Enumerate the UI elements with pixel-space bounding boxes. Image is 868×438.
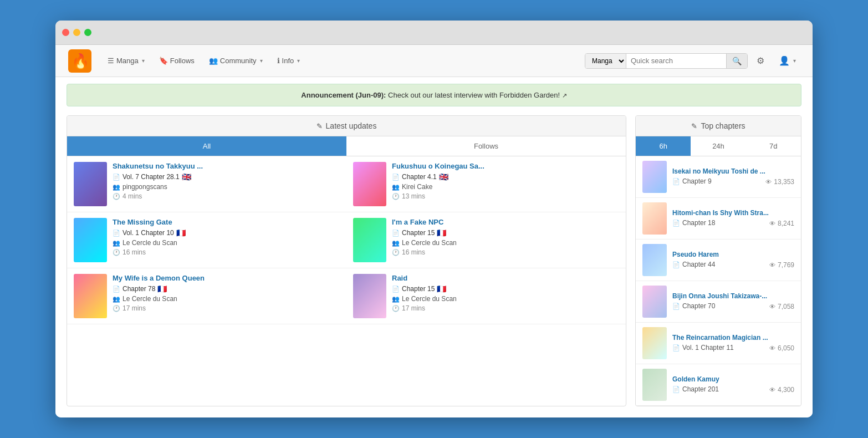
- top-row: 📄 Vol. 1 Chapter 11 👁 6,050: [672, 344, 794, 353]
- external-link-icon[interactable]: ↗: [562, 92, 567, 99]
- minimize-button[interactable]: [73, 29, 80, 36]
- top-title: Isekai no Meikyuu Toshi de ...: [672, 167, 794, 175]
- flag-icon: 🇫🇷: [176, 228, 186, 237]
- search-type-select[interactable]: Manga Author Group: [585, 54, 626, 68]
- update-time: 🕐 16 mins: [392, 248, 619, 256]
- scanlator-name: pingpongscans: [122, 183, 167, 191]
- top-thumb: [642, 161, 667, 193]
- tab-all[interactable]: All: [67, 136, 346, 156]
- info-nav[interactable]: ℹ Info ▾: [272, 53, 306, 68]
- top-tabs: 6h 24h 7d: [636, 136, 801, 156]
- doc-icon: 📄: [672, 261, 680, 268]
- flag-icon: 🇬🇧: [439, 172, 448, 181]
- top-title: The Reincarnation Magician ...: [672, 334, 794, 342]
- update-info: The Missing Gate 📄 Vol. 1 Chapter 10 🇫🇷 …: [113, 218, 340, 256]
- update-info: Raid 📄 Chapter 15 🇫🇷 👥 Le Cercle du Scan…: [392, 274, 619, 312]
- update-info: I'm a Fake NPC 📄 Chapter 15 🇫🇷 👥 Le Cerc…: [392, 218, 619, 256]
- tab-7d[interactable]: 7d: [746, 136, 801, 156]
- views-count: 7,058: [778, 303, 794, 310]
- latest-updates-tabs: All Follows: [67, 136, 626, 156]
- update-item[interactable]: The Missing Gate 📄 Vol. 1 Chapter 10 🇫🇷 …: [67, 212, 346, 268]
- doc-icon: 📄: [672, 178, 680, 185]
- top-chapter-item[interactable]: Pseudo Harem 📄 Chapter 44 👁 7,769: [636, 240, 801, 281]
- update-item[interactable]: Raid 📄 Chapter 15 🇫🇷 👥 Le Cercle du Scan…: [346, 268, 626, 324]
- people-icon: 👥: [113, 240, 120, 247]
- update-scanlator: 👥 Le Cercle du Scan: [113, 239, 340, 247]
- user-icon: 👤: [779, 55, 790, 66]
- clock-icon: 🕐: [113, 305, 120, 312]
- top-views: 👁 7,058: [769, 303, 794, 310]
- update-scanlator: 👥 Kirei Cake: [392, 183, 619, 191]
- follows-nav[interactable]: 🔖 Follows: [154, 53, 200, 68]
- top-row: 📄 Chapter 44 👁 7,769: [672, 261, 794, 269]
- top-chapter-item[interactable]: Bijin Onna Joushi Takizawa-... 📄 Chapter…: [636, 281, 801, 323]
- logo[interactable]: 🔥: [67, 48, 93, 74]
- manga-label: Manga: [116, 57, 139, 65]
- chapter-text: Vol. 7 Chapter 28.1: [122, 173, 180, 181]
- update-thumb: [353, 162, 386, 206]
- clock-icon: 🕐: [392, 305, 400, 312]
- top-chapter-item[interactable]: Hitomi-chan Is Shy With Stra... 📄 Chapte…: [636, 198, 801, 240]
- top-thumb: [642, 369, 667, 401]
- clock-icon: 🕐: [392, 249, 400, 256]
- info-icon: ℹ: [277, 57, 280, 65]
- update-item[interactable]: I'm a Fake NPC 📄 Chapter 15 🇫🇷 👥 Le Cerc…: [346, 212, 626, 268]
- community-nav[interactable]: 👥 Community ▾: [203, 53, 268, 68]
- tab-24h[interactable]: 24h: [691, 136, 746, 156]
- update-time: 🕐 13 mins: [392, 192, 619, 200]
- latest-updates-title: Latest updates: [326, 121, 377, 130]
- top-chapter-item[interactable]: Golden Kamuy 📄 Chapter 201 👁 4,300: [636, 364, 801, 406]
- update-title: My Wife is a Demon Queen: [113, 274, 340, 282]
- user-menu[interactable]: 👤 ▾: [773, 52, 801, 69]
- tab-follows[interactable]: Follows: [346, 136, 626, 156]
- search-input[interactable]: [626, 54, 726, 68]
- update-thumb: [74, 274, 107, 318]
- top-chapter: 📄 Chapter 18: [672, 219, 715, 227]
- manga-icon: ☰: [108, 57, 114, 65]
- tab-6h[interactable]: 6h: [636, 136, 691, 156]
- chapter-text: Vol. 1 Chapter 10: [122, 229, 174, 237]
- community-icon: 👥: [209, 57, 218, 65]
- user-caret: ▾: [793, 58, 796, 64]
- announcement-text: Check out our latest interview with Forb…: [388, 91, 560, 99]
- chapter-text: Chapter 18: [682, 219, 715, 227]
- settings-button[interactable]: ⚙: [751, 52, 770, 69]
- close-button[interactable]: [62, 29, 69, 36]
- views-count: 6,050: [778, 344, 794, 352]
- views-count: 13,353: [774, 178, 794, 186]
- update-item[interactable]: My Wife is a Demon Queen 📄 Chapter 78 🇫🇷…: [67, 268, 346, 324]
- manga-caret: ▾: [142, 58, 145, 64]
- update-chapter: 📄 Chapter 4.1 🇬🇧: [392, 172, 619, 181]
- doc-icon: 📄: [392, 286, 400, 293]
- top-chapter-item[interactable]: Isekai no Meikyuu Toshi de ... 📄 Chapter…: [636, 156, 801, 198]
- views-count: 8,241: [778, 220, 794, 227]
- views-count: 4,300: [778, 386, 794, 394]
- clock-icon: 🕐: [113, 193, 120, 200]
- top-chapters-title: Top chapters: [701, 121, 745, 130]
- top-chapter-item[interactable]: The Reincarnation Magician ... 📄 Vol. 1 …: [636, 323, 801, 364]
- search-button[interactable]: 🔍: [726, 54, 747, 68]
- top-info: Isekai no Meikyuu Toshi de ... 📄 Chapter…: [672, 167, 794, 186]
- scanlator-name: Le Cercle du Scan: [402, 239, 457, 247]
- eye-icon: 👁: [769, 303, 775, 310]
- top-info: Pseudo Harem 📄 Chapter 44 👁 7,769: [672, 251, 794, 269]
- flag-icon: 🇫🇷: [157, 284, 167, 293]
- top-row: 📄 Chapter 201 👁 4,300: [672, 385, 794, 394]
- flag-icon: 🇬🇧: [182, 172, 191, 181]
- time-text: 17 mins: [402, 304, 425, 312]
- top-chapters-panel: ✎ Top chapters 6h 24h 7d Isekai no Meiky…: [635, 115, 801, 406]
- update-thumb: [74, 162, 107, 206]
- update-thumb: [353, 218, 386, 262]
- update-item[interactable]: Fukushuu o Koinegau Sa... 📄 Chapter 4.1 …: [346, 156, 626, 212]
- time-text: 17 mins: [122, 304, 146, 312]
- update-scanlator: 👥 Le Cercle du Scan: [392, 239, 619, 247]
- fullscreen-button[interactable]: [84, 29, 91, 36]
- manga-nav[interactable]: ☰ Manga ▾: [102, 53, 150, 68]
- chapter-text: Chapter 4.1: [402, 173, 437, 181]
- update-item[interactable]: Shakunetsu no Takkyuu ... 📄 Vol. 7 Chapt…: [67, 156, 346, 212]
- update-title: Raid: [392, 274, 619, 282]
- update-time: 🕐 17 mins: [392, 304, 619, 312]
- top-info: Golden Kamuy 📄 Chapter 201 👁 4,300: [672, 375, 794, 394]
- search-wrapper: Manga Author Group 🔍: [585, 53, 748, 69]
- top-chapter: 📄 Chapter 201: [672, 385, 719, 393]
